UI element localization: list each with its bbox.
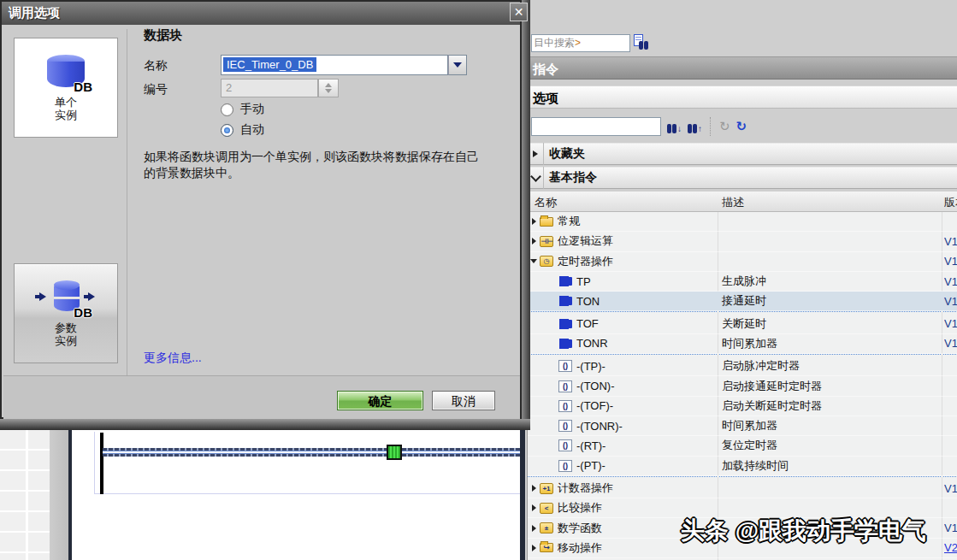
expand-icon[interactable] [533, 150, 538, 157]
radio-manual[interactable]: 手动 [221, 102, 264, 117]
instruction-name: 数学函数 [558, 521, 602, 536]
tia-portal-screen: 目中搜索> 指令 选项 ↓ ↑ ↻ ↻ 收藏夹 基本指令 名称 描述 版本 [0, 0, 957, 560]
search-project-icon[interactable] [634, 34, 651, 50]
move-icon: ↪ [540, 543, 553, 552]
cancel-button[interactable]: 取消 [432, 391, 495, 410]
fb-block-icon [558, 320, 572, 328]
instruction-version: V1 [944, 522, 957, 534]
instruction-description: 接通延时 [722, 293, 766, 309]
find-previous-icon[interactable]: ↑ [688, 120, 702, 133]
chevron-down-icon [453, 62, 462, 68]
power-rail [100, 433, 103, 494]
wire-drag-handle[interactable] [387, 445, 402, 460]
instruction-row[interactable]: ()-(TOF)-启动关断延时定时器 [528, 397, 957, 416]
expand-icon[interactable] [532, 485, 536, 492]
instruction-row[interactable]: ()-(TP)-启动脉冲定时器 [528, 357, 957, 376]
instruction-row[interactable]: ()-(RT)-复位定时器 [528, 436, 957, 456]
instruction-row[interactable]: ()-(TONR)-时间累加器 [528, 416, 957, 436]
dialog-title-bar[interactable]: 调用选项 [2, 2, 520, 25]
instruction-table-header: 名称 描述 版本 [528, 192, 957, 212]
instruction-name: -(TON)- [576, 380, 615, 392]
instruction-row[interactable]: ⊣⊢位逻辑运算V1 [528, 232, 957, 251]
dialog-vertical-divider [127, 29, 127, 416]
option-tile-parameter-instance[interactable]: DB 参数实例 [14, 263, 118, 363]
number-spinner [318, 79, 339, 97]
expand-icon[interactable] [532, 525, 536, 532]
instruction-description: 加载持续时间 [722, 458, 789, 474]
project-search-input[interactable]: 目中搜索> [531, 34, 630, 52]
instruction-version[interactable]: V2 [944, 541, 957, 554]
favorites-section-header[interactable]: 收藏夹 [528, 143, 957, 165]
editor-gutter [50, 430, 69, 560]
coil-icon: () [558, 420, 572, 432]
instruction-name: 移动操作 [558, 540, 602, 556]
compare-versions-icon[interactable]: ↻ [736, 120, 747, 133]
coil-icon: () [558, 380, 572, 392]
more-info-link[interactable]: 更多信息... [144, 351, 202, 366]
radio-automatic[interactable]: 自动 [221, 122, 264, 138]
db-single-icon: DB [46, 55, 86, 94]
column-header-version: 版本 [944, 195, 957, 210]
instruction-version: V1 [944, 275, 957, 288]
panel-title-instructions: 指令 [528, 56, 957, 80]
expand-icon[interactable] [532, 545, 536, 551]
collapse-icon[interactable] [530, 259, 537, 263]
find-next-icon[interactable]: ↓ [667, 120, 682, 133]
instruction-row[interactable]: +1计数器操作V1 [528, 479, 957, 498]
instruction-row[interactable]: ◷定时器操作V1 [528, 252, 957, 272]
expand-icon[interactable] [532, 218, 536, 225]
tile-label: 单个实例 [55, 96, 77, 121]
options-header: 选项 [528, 85, 957, 109]
tile-label: 参数实例 [55, 321, 77, 347]
expand-icon[interactable] [532, 238, 536, 245]
data-block-section-title: 数据块 [144, 27, 182, 44]
instruction-version: V1 [944, 337, 957, 350]
fb-block-icon [558, 339, 572, 348]
instruction-search-input[interactable] [531, 117, 661, 136]
instruction-row[interactable]: TONR时间累加器V1 [528, 334, 957, 354]
instruction-name: 定时器操作 [558, 254, 613, 269]
basic-instructions-section-header[interactable]: 基本指令 [528, 167, 957, 189]
instruction-name: -(TONR)- [576, 420, 623, 433]
watermark-text: 头条 @跟我动手学电气 [681, 515, 926, 547]
dialog-close-button[interactable]: ✕ [510, 3, 528, 21]
instruction-name: 位逻辑运算 [558, 233, 613, 249]
column-header-desc: 描述 [722, 195, 744, 210]
name-label: 名称 [144, 58, 168, 74]
coil-icon: () [558, 400, 572, 412]
instruction-search-row: ↓ ↑ ↻ ↻ [528, 114, 957, 139]
spinner-down-icon [325, 89, 332, 93]
db-parameter-icon: DB [46, 280, 86, 320]
instruction-row[interactable]: TP生成脉冲V1 [528, 272, 957, 292]
instruction-row[interactable]: 常规 [528, 212, 957, 232]
coil-icon: () [558, 439, 572, 451]
ok-button[interactable]: 确定 [337, 391, 423, 410]
instruction-name: -(TP)- [576, 360, 606, 373]
spinner-up-icon [325, 83, 332, 87]
call-options-dialog: 调用选项 DB 单个实例 DB 参数实例 数据块 名称 IE [0, 0, 522, 419]
instruction-description: 启动接通延时定时器 [722, 379, 822, 394]
collapse-icon[interactable] [530, 171, 541, 182]
instruction-row[interactable]: ()-(TON)-启动接通延时定时器 [528, 376, 957, 396]
name-combo-input[interactable]: IEC_Timer_0_DB [221, 55, 448, 75]
radio-selected-icon[interactable] [221, 124, 233, 137]
instruction-description: 复位定时器 [722, 438, 777, 453]
instruction-version: V1 [944, 235, 957, 248]
close-icon: ✕ [514, 5, 524, 19]
instruction-name: TOF [576, 317, 599, 330]
instruction-row[interactable]: TON接通延时V1 [528, 292, 957, 311]
instruction-name: -(RT)- [576, 439, 606, 452]
instruction-name: -(PT)- [576, 459, 606, 472]
instruction-description: 启动脉冲定时器 [722, 358, 800, 374]
network-wire-selected[interactable] [103, 448, 520, 457]
radio-unselected-icon[interactable] [221, 103, 233, 116]
expand-icon[interactable] [532, 504, 536, 511]
network-border-left [94, 432, 95, 494]
compare-icon: < [540, 503, 553, 514]
network-border-bottom [94, 493, 520, 494]
instruction-row[interactable]: ()-(PT)-加载持续时间 [528, 457, 957, 476]
instruction-row[interactable]: TOF关断延时V1 [528, 314, 957, 333]
option-tile-single-instance[interactable]: DB 单个实例 [14, 38, 118, 138]
name-dropdown-button[interactable] [448, 55, 467, 75]
coil-icon: () [558, 360, 572, 372]
